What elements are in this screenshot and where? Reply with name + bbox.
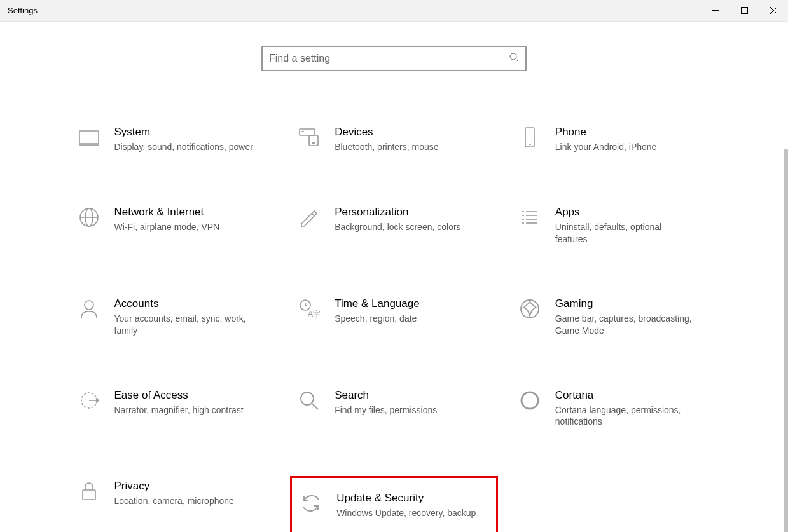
tile-desc: Game bar, captures, broadcasting, Game M…	[555, 313, 695, 337]
minimize-button[interactable]	[700, 0, 729, 21]
system-icon	[75, 126, 103, 154]
tile-desc: Display, sound, notifications, power	[114, 141, 253, 153]
magnifier-icon	[295, 389, 323, 417]
tile-desc: Link your Android, iPhone	[555, 141, 657, 153]
window-title: Settings	[8, 6, 38, 15]
tile-title: Privacy	[114, 480, 234, 493]
tile-title: Devices	[335, 126, 438, 139]
tile-desc: Uninstall, defaults, optional features	[555, 221, 695, 245]
tile-desc: Your accounts, email, sync, work, family	[114, 313, 254, 337]
globe-icon	[75, 206, 103, 234]
tile-title: Accounts	[114, 297, 254, 310]
tile-title: Cortana	[555, 389, 695, 402]
paint-icon	[295, 206, 323, 234]
tile-time-language[interactable]: A字 Time & Language Speech, region, date	[290, 294, 498, 341]
svg-rect-8	[300, 129, 315, 135]
tile-cortana[interactable]: Cortana Cortana language, permissions, n…	[511, 385, 719, 432]
tile-system[interactable]: System Display, sound, notifications, po…	[70, 122, 278, 158]
tile-accounts[interactable]: Accounts Your accounts, email, sync, wor…	[70, 294, 278, 341]
cortana-icon	[516, 389, 544, 417]
tile-ease-of-access[interactable]: Ease of Access Narrator, magnifier, high…	[70, 385, 278, 432]
search-input[interactable]	[269, 53, 509, 64]
scrollbar[interactable]	[784, 149, 788, 532]
tile-gaming[interactable]: Gaming Game bar, captures, broadcasting,…	[511, 294, 719, 341]
ease-icon	[75, 389, 103, 417]
tile-title: Search	[335, 389, 437, 402]
search-container	[0, 46, 788, 71]
tile-title: Update & Security	[336, 492, 476, 505]
tile-title: System	[114, 126, 253, 139]
tile-title: Network & Internet	[114, 206, 220, 219]
phone-icon	[516, 126, 544, 154]
window-controls	[700, 0, 788, 21]
svg-point-4	[510, 53, 516, 60]
tile-desc: Narrator, magnifier, high contrast	[114, 404, 244, 416]
tile-desc: Location, camera, microphone	[114, 495, 234, 507]
tile-search[interactable]: Search Find my files, permissions	[290, 385, 498, 432]
tile-title: Time & Language	[335, 297, 420, 310]
tile-title: Phone	[555, 126, 657, 139]
svg-rect-1	[741, 8, 747, 14]
tile-privacy[interactable]: Privacy Location, camera, microphone	[70, 476, 278, 532]
settings-grid: System Display, sound, notifications, po…	[70, 122, 719, 532]
tile-desc: Wi-Fi, airplane mode, VPN	[114, 221, 220, 233]
svg-point-25	[85, 301, 93, 310]
tile-desc: Bluetooth, printers, mouse	[335, 141, 438, 153]
tile-devices[interactable]: Devices Bluetooth, printers, mouse	[290, 122, 498, 158]
person-icon	[75, 297, 103, 325]
tile-apps[interactable]: Apps Uninstall, defaults, optional featu…	[511, 202, 719, 249]
svg-point-10	[313, 142, 315, 144]
tile-desc: Cortana language, permissions, notificat…	[555, 404, 695, 428]
devices-icon	[295, 126, 323, 154]
svg-point-33	[301, 392, 314, 405]
tile-personalization[interactable]: Personalization Background, lock screen,…	[290, 202, 498, 249]
svg-text:A字: A字	[308, 310, 321, 318]
svg-point-35	[522, 392, 538, 409]
tile-desc: Find my files, permissions	[335, 404, 437, 416]
title-bar: Settings	[0, 0, 788, 22]
tile-title: Gaming	[555, 297, 695, 310]
tile-phone[interactable]: Phone Link your Android, iPhone	[511, 122, 719, 158]
search-box[interactable]	[261, 46, 527, 71]
lock-icon	[75, 480, 103, 508]
tile-title: Personalization	[335, 206, 460, 219]
svg-line-34	[312, 404, 318, 409]
tile-desc: Windows Update, recovery, backup	[336, 507, 476, 519]
gaming-icon	[516, 297, 544, 325]
tile-title: Ease of Access	[114, 389, 244, 402]
maximize-button[interactable]	[729, 0, 759, 21]
close-button[interactable]	[759, 0, 788, 21]
tile-update-security[interactable]: Update & Security Windows Update, recove…	[290, 476, 498, 532]
svg-line-5	[516, 59, 518, 62]
content-area: System Display, sound, notifications, po…	[0, 22, 788, 532]
svg-rect-6	[79, 131, 99, 144]
tile-desc: Speech, region, date	[335, 313, 420, 325]
tile-title: Apps	[555, 206, 695, 219]
apps-icon	[516, 206, 544, 234]
update-icon	[297, 492, 325, 520]
svg-line-28	[305, 305, 307, 306]
tile-network[interactable]: Network & Internet Wi-Fi, airplane mode,…	[70, 202, 278, 249]
search-icon	[509, 52, 519, 65]
tile-desc: Background, lock screen, colors	[335, 221, 460, 233]
time-language-icon: A字	[295, 297, 323, 325]
svg-rect-36	[83, 490, 95, 500]
